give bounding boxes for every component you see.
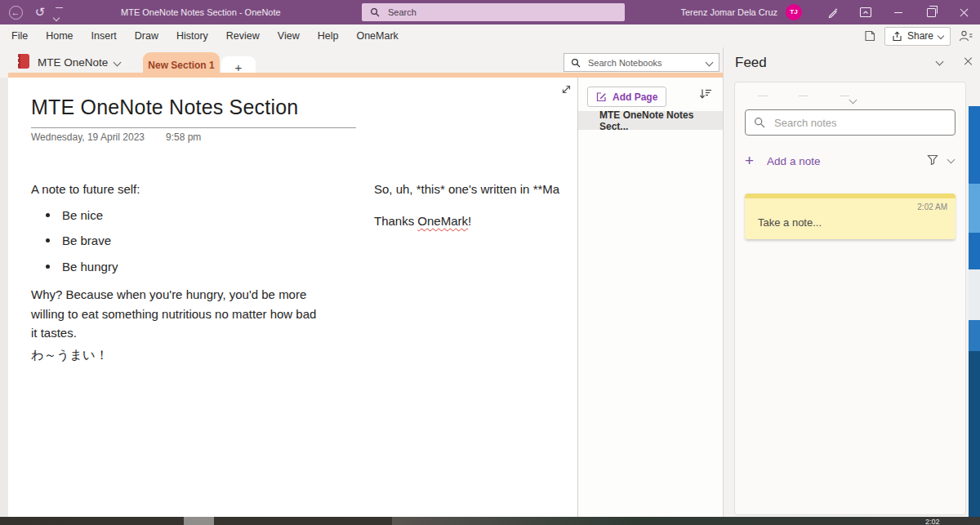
plus-icon[interactable]: + [745,152,754,170]
menu-right: Share [863,24,973,47]
menu-view[interactable]: View [269,24,309,47]
side-note-line1[interactable]: So, uh, *this* one's written in **Ma [374,182,580,196]
bullet-text: Be hungry [62,260,118,274]
share-chevron-icon [938,33,944,39]
page-title[interactable]: MTE OneNote Notes Section [31,96,298,119]
search-icon [370,7,380,17]
menu-bar: File Home Insert Draw History Review Vie… [0,24,980,47]
search-notebooks[interactable] [564,53,719,72]
restore-button[interactable] [915,0,947,24]
note-timestamp: 2:02 AM [917,202,947,211]
minimize-button[interactable] [882,0,915,24]
compose-icon [596,91,607,102]
feed-person-icon[interactable] [959,29,973,42]
search-icon [571,58,581,68]
note-text: Take a note... [758,216,822,229]
back-icon: ← [9,6,23,20]
full-page-view-button[interactable] [560,83,572,96]
page-canvas[interactable]: MTE OneNote Notes Section Wednesday, 19 … [8,78,577,517]
side-note-line2[interactable]: Thanks OneMark! [374,214,471,228]
note-paragraph[interactable]: Why? Because when you're hungry, you'd b… [31,285,318,343]
menu-onemark[interactable]: OneMark [347,24,407,47]
taskbar-clock: 2:02 [925,518,940,525]
sort-icon [699,88,712,100]
feed-content-card: + Add a note 2:02 AM Take a note... [734,82,966,515]
feed-source-dropdown[interactable] [735,89,965,104]
chevron-down-icon [850,92,856,107]
bullet-icon [46,213,50,217]
page-datetime: Wednesday, 19 April 2023 9:58 pm [31,131,201,143]
feed-panel: Feed + Add a note [723,47,980,517]
side-line2-suffix: ! [468,214,471,228]
add-note-button[interactable]: Add a note [767,155,820,167]
add-page-button[interactable]: Add Page [587,87,666,107]
search-scope-chevron-icon[interactable] [706,59,714,67]
title-underline [31,127,356,128]
bullet-text: Be brave [62,234,111,247]
list-item[interactable]: Be nice [46,208,103,222]
desktop-edge [969,184,980,233]
share-icon [892,31,902,42]
taskbar[interactable]: 2:02 [0,517,980,525]
ribbon-display-icon [859,7,872,18]
search-icon [754,117,765,128]
note-japanese[interactable]: わ～うまい！ [31,347,108,364]
feed-header: Feed [735,47,969,78]
plus-icon: + [235,60,243,74]
filter-funnel-icon[interactable] [927,154,938,165]
close-icon [960,8,969,17]
restore-icon [927,8,936,17]
notebook-chevron-icon [114,59,122,67]
notebook-icon [18,54,29,69]
desktop-edge [969,233,980,269]
ribbon-display-options-button[interactable] [849,0,882,24]
bullet-text: Be nice [62,208,103,222]
titlebar-search[interactable] [362,3,625,21]
menu-home[interactable]: Home [37,24,82,47]
close-button[interactable] [947,0,980,24]
sticky-note-card[interactable]: 2:02 AM Take a note... [745,194,956,239]
undo-button[interactable]: ↺ [29,0,51,24]
menu-insert[interactable]: Insert [82,24,126,47]
search-notebooks-input[interactable] [586,57,688,69]
bullet-icon [46,238,50,242]
list-item[interactable]: Be hungry [46,260,118,274]
side-line2-prefix: Thanks [374,214,417,228]
search-notes-input[interactable] [773,116,931,130]
ink-pen-button[interactable] [817,0,849,24]
note-intro[interactable]: A note to future self: [31,182,140,196]
menu-history[interactable]: History [167,24,217,47]
expand-diagonal-icon [560,83,572,96]
filter-chevron-icon[interactable] [947,156,956,164]
search-notes-box[interactable] [745,109,956,136]
avatar[interactable]: TJ [786,4,802,20]
sort-pages-button[interactable] [699,88,712,100]
user-name: Terenz Jomar Dela Cruz [680,7,777,17]
menu-file[interactable]: File [2,24,37,47]
taskbar-app-segment [184,517,214,525]
pen-icon [826,6,840,19]
feed-collapse-chevron-icon[interactable] [936,57,944,65]
misspelled-word: OneMark [417,214,468,228]
desktop-edge [969,106,980,184]
titlebar-search-input[interactable] [386,7,577,18]
menu-review[interactable]: Review [217,24,269,47]
share-button[interactable]: Share [884,27,951,46]
page-list-item-selected[interactable]: MTE OneNote Notes Sect... [578,111,724,130]
switch-windows-icon[interactable] [863,29,876,42]
list-item[interactable]: Be brave [46,234,111,247]
page-item-title: MTE OneNote Notes Sect... [599,109,724,132]
add-note-row: + Add a note [745,149,956,172]
menu-help[interactable]: Help [309,24,348,47]
feed-title: Feed [735,55,767,71]
customize-quick-access-icon[interactable] [54,7,64,24]
page-list-panel: Add Page MTE OneNote Notes Sect... [577,78,723,517]
menu-draw[interactable]: Draw [126,24,167,47]
feed-close-icon[interactable] [964,57,972,65]
title-bar: ← ↺ MTE OneNote Notes Section - OneNote … [0,0,980,24]
back-button[interactable]: ← [5,0,26,20]
titlebar-right: Terenz Jomar Dela Cruz TJ [680,0,980,24]
add-page-label: Add Page [612,91,657,103]
desktop-edge [969,320,980,351]
menu-items: File Home Insert Draw History Review Vie… [2,24,408,47]
